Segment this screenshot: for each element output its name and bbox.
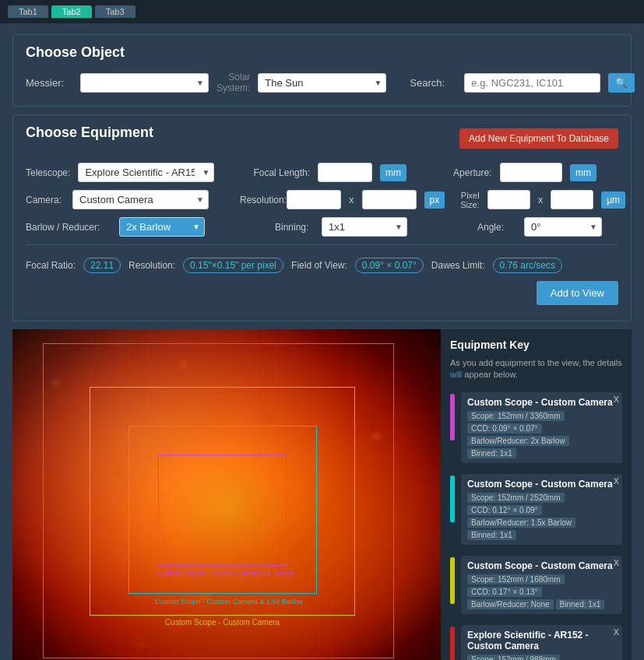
barlow-select[interactable]: 2x Barlow 1.5x Barlow None	[119, 217, 205, 237]
equipment-item-3: X Custom Scope - Custom Camera Scope: 15…	[450, 556, 622, 614]
equipment-item-1: X Custom Scope - Custom Camera Scope: 15…	[450, 392, 622, 463]
tab-2[interactable]: Tab2	[51, 5, 92, 18]
binning-select[interactable]: 1x1 2x2	[322, 217, 407, 237]
telescope-select-wrapper[interactable]: Explore Scientific - AR152 ▼	[78, 163, 214, 182]
fov-stat-badge: 0.09° × 0.07°	[355, 258, 424, 273]
messier-select-wrapper[interactable]: ▼	[80, 73, 209, 93]
equipment-key-desc: As you add equipment to the view, the de…	[450, 357, 622, 381]
tag-1-1: Scope: 152mm / 3360mm	[467, 411, 565, 421]
search-input[interactable]	[464, 73, 600, 93]
choose-object-section: Choose Object Messier: ▼ Solar System: T…	[12, 34, 632, 107]
equipment-row-2: Camera: Custom Camera ▼ Resolution: 2048…	[26, 190, 618, 209]
tag-3-2: CCD: 0.17° × 0.13°	[467, 587, 542, 597]
resolution-stat-badge: 0.15"×0.15" per pixel	[183, 258, 283, 273]
pixel-x-input[interactable]: 2.5	[487, 190, 530, 209]
search-button[interactable]: 🔍	[608, 73, 635, 93]
telescope-select[interactable]: Explore Scientific - AR152	[78, 163, 214, 182]
equipment-key-title: Equipment Key	[450, 339, 622, 351]
res-unit: px	[424, 191, 445, 209]
binning-label: Binning:	[275, 222, 314, 233]
equipment-row-3: Barlow / Reducer: 2x Barlow 1.5x Barlow …	[26, 217, 618, 237]
solar-label-group: Solar System:	[216, 72, 250, 93]
resolution-label: Resolution:	[240, 195, 279, 205]
solar-label-line1: Solar	[228, 72, 250, 82]
pixel-size-label-line1: Pixel	[461, 191, 480, 200]
choose-equipment-section: Choose Equipment Add New Equipment To Da…	[12, 114, 632, 321]
solar-select[interactable]: The Sun	[258, 73, 386, 93]
add-equipment-button[interactable]: Add New Equipment To Database	[459, 128, 618, 149]
add-to-view-button[interactable]: Add to View	[537, 281, 618, 305]
equipment-details-3: X Custom Scope - Custom Camera Scope: 15…	[461, 556, 622, 614]
equipment-color-bar-4	[450, 627, 455, 660]
equipment-tags-3: Scope: 152mm / 1680mm CCD: 0.17° × 0.13°…	[467, 574, 616, 609]
tag-1-4: Binned: 1x1	[467, 448, 516, 458]
camera-select[interactable]: Custom Camera	[72, 190, 209, 209]
angle-label: Angle:	[477, 222, 516, 233]
equipment-tags-1: Scope: 152mm / 3360mm CCD: 0.09° × 0.07°…	[467, 411, 616, 458]
fov-label-cyan: Custom Scope - Custom Camera & 1.5x Barl…	[90, 598, 368, 606]
equipment-color-bar-2	[450, 476, 455, 522]
fov-label-yellow: Custom Scope - Custom Camera	[90, 618, 355, 627]
messier-label: Messier:	[26, 77, 72, 89]
sun-image: Explore Scientific - Custom Camera Custo…	[12, 329, 441, 660]
barlow-select-wrapper[interactable]: 2x Barlow 1.5x Barlow None ▼	[119, 217, 205, 237]
bottom-section: Explore Scientific - Custom Camera Custo…	[12, 329, 632, 660]
equipment-name-1: Custom Scope - Custom Camera	[467, 397, 616, 408]
equipment-color-bar-3	[450, 557, 455, 604]
focal-ratio-badge: 22.11	[83, 258, 121, 273]
equipment-close-1[interactable]: X	[614, 395, 619, 404]
res-y-input[interactable]: 1536	[362, 190, 417, 209]
stats-row: Focal Ratio: 22.11 Resolution: 0.15"×0.1…	[26, 250, 618, 308]
equipment-close-4[interactable]: X	[614, 628, 619, 637]
equipment-item-4: X Explore Scientific - AR152 - Custom Ca…	[450, 625, 622, 660]
pixel-y-input[interactable]: 2.5	[551, 190, 593, 209]
equipment-details-4: X Explore Scientific - AR152 - Custom Ca…	[461, 625, 622, 660]
angle-select-wrapper[interactable]: 0° ▼	[524, 217, 602, 237]
tag-4-1: Scope: 152mm / 988mm	[467, 655, 560, 660]
camera-label: Camera:	[26, 195, 65, 205]
equipment-close-3[interactable]: X	[614, 559, 619, 567]
binning-select-wrapper[interactable]: 1x1 2x2 ▼	[322, 217, 407, 237]
aperture-input[interactable]: 152.00	[500, 163, 562, 182]
tag-2-3: Barlow/Reducer: 1.5x Barlow	[467, 518, 575, 528]
camera-select-wrapper[interactable]: Custom Camera ▼	[72, 190, 209, 209]
equipment-name-2: Custom Scope - Custom Camera	[467, 479, 616, 490]
equipment-name-4: Explore Scientific - AR152 - Custom Came…	[467, 630, 616, 651]
equipment-close-2[interactable]: X	[614, 477, 619, 486]
pixel-x-sep: x	[538, 194, 544, 205]
focal-ratio-stat-label: Focal Ratio:	[26, 260, 76, 271]
tab-1[interactable]: Tab1	[8, 5, 48, 18]
resolution-stat-label: Resolution:	[128, 260, 175, 271]
tag-2-4: Binned: 1x1	[467, 530, 516, 540]
tag-3-3: Barlow/Reducer: None	[467, 599, 554, 609]
top-nav: Tab1 Tab2 Tab3	[0, 0, 644, 23]
messier-select[interactable]	[80, 73, 209, 93]
pixel-size-label-line2: Size:	[460, 200, 479, 209]
equipment-tags-4: Scope: 152mm / 988mm CCD: 0.3° × 0.22° B…	[467, 655, 616, 660]
tag-2-1: Scope: 152mm / 2520mm	[467, 493, 565, 503]
choose-object-title: Choose Object	[26, 44, 618, 61]
equipment-details-2: X Custom Scope - Custom Camera Scope: 15…	[461, 474, 622, 545]
angle-select[interactable]: 0°	[524, 217, 602, 237]
telescope-label: Telescope:	[26, 167, 70, 178]
equipment-key-panel: Equipment Key As you add equipment to th…	[441, 329, 632, 660]
fov-label-magenta: Custom Scope - Custom Camera 2x Barlow	[115, 569, 338, 577]
choose-equipment-title: Choose Equipment	[26, 125, 153, 141]
fov-stat-label: Field of View:	[291, 260, 347, 271]
tag-3-4: Binned: 1x1	[556, 599, 605, 609]
object-form-row: Messier: ▼ Solar System: The Sun ▼ Searc…	[26, 72, 618, 93]
tag-3-1: Scope: 152mm / 1680mm	[467, 574, 565, 585]
aperture-unit: mm	[570, 164, 596, 181]
pixel-unit: μm	[601, 191, 625, 209]
search-label: Search:	[410, 77, 456, 89]
aperture-label: Aperture:	[453, 167, 492, 178]
focal-length-input[interactable]: 1680	[318, 163, 372, 182]
solar-select-wrapper[interactable]: The Sun ▼	[258, 73, 386, 93]
equipment-row-1: Telescope: Explore Scientific - AR152 ▼ …	[26, 163, 618, 182]
equipment-tags-2: Scope: 152mm / 2520mm CCD: 0.12° × 0.09°…	[467, 493, 616, 540]
focal-length-unit: mm	[380, 164, 406, 181]
equipment-color-bar-1	[450, 394, 455, 441]
main-panel: Choose Object Messier: ▼ Solar System: T…	[0, 23, 644, 660]
res-x-input[interactable]: 2048	[287, 190, 341, 209]
tab-3[interactable]: Tab3	[95, 5, 135, 18]
